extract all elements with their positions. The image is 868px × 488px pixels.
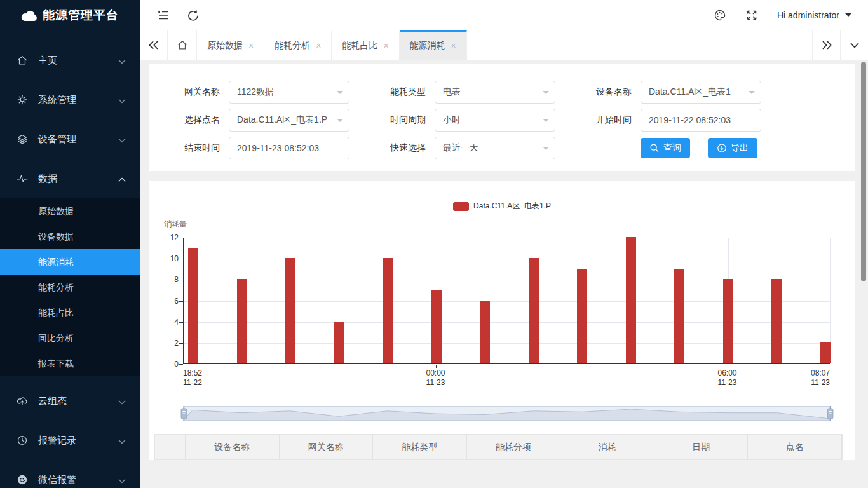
- field-value: 小时: [443, 114, 461, 126]
- table-header-row: 设备名称网关名称能耗类型能耗分项消耗日期点名: [154, 434, 843, 460]
- bar-7[interactable]: [529, 258, 539, 363]
- tabs-menu-button[interactable]: [840, 30, 868, 60]
- select-快速选择[interactable]: 最近一天: [435, 137, 555, 159]
- page-content: 网关名称1122数据能耗类型电表设备名称Data.C11.A区_电表1选择点名D…: [140, 60, 868, 488]
- sidebar-subitem-能耗占比[interactable]: 能耗占比: [0, 300, 140, 325]
- chart-legend[interactable]: Data.C11.A区_电表1.P: [149, 201, 855, 212]
- field-value: 1122数据: [237, 86, 274, 98]
- table-header-网关名称: 网关名称: [280, 435, 374, 459]
- app-logo: 能源管理平台: [0, 0, 140, 30]
- bar-chart-plot-area: [183, 238, 830, 364]
- chevron-down-icon: [118, 396, 126, 407]
- chevron-down-icon: [118, 134, 126, 145]
- refresh-icon[interactable]: [187, 9, 200, 22]
- datetime-input-开始时间[interactable]: 2019-11-22 08:52:03: [641, 109, 761, 132]
- tab-close-icon[interactable]: ×: [451, 41, 456, 50]
- bar-12[interactable]: [771, 279, 782, 363]
- tab-home[interactable]: [168, 30, 197, 60]
- datetime-input-结束时间[interactable]: 2019-11-23 08:52:03: [229, 137, 349, 159]
- bar-3[interactable]: [334, 322, 344, 363]
- field-value: Data.C11.A区_电表1: [649, 86, 731, 98]
- y-tick-label: 4: [153, 318, 179, 327]
- y-tick-label: 12: [153, 233, 179, 242]
- chevron-down-icon: [845, 13, 851, 20]
- bar-13[interactable]: [820, 342, 831, 363]
- bar-4[interactable]: [383, 258, 393, 363]
- sidebar-subitem-报表下载[interactable]: 报表下载: [0, 351, 140, 376]
- select-时间周期[interactable]: 小时: [435, 109, 555, 132]
- sidebar-subitem-能源消耗[interactable]: 能源消耗: [0, 249, 140, 274]
- y-tick-label: 0: [153, 360, 179, 369]
- field-value: Data.C11.A区_电表1.P: [237, 114, 327, 126]
- theme-palette-icon[interactable]: [714, 9, 726, 22]
- sidebar-item-3[interactable]: 数据: [0, 159, 140, 198]
- cloud-logo-icon: [21, 9, 38, 22]
- sidebar-subitem-设备数据[interactable]: 设备数据: [0, 224, 140, 249]
- field-label: 能耗类型: [349, 86, 435, 98]
- query-button[interactable]: 查询: [641, 138, 690, 158]
- sidebar-item-0[interactable]: 主页: [0, 41, 140, 80]
- table-header-设备名称: 设备名称: [186, 435, 280, 459]
- table-header-能耗分项: 能耗分项: [467, 435, 561, 459]
- export-button[interactable]: 导出: [708, 138, 757, 158]
- bar-6[interactable]: [480, 301, 490, 364]
- tab-label: 能源消耗: [410, 40, 445, 51]
- tab-能耗占比[interactable]: 能耗占比×: [332, 30, 399, 60]
- bar-5[interactable]: [431, 290, 442, 363]
- user-menu[interactable]: Hi administrator: [777, 10, 851, 20]
- tab-能耗分析[interactable]: 能耗分析×: [264, 30, 332, 60]
- sidebar-item-2[interactable]: 设备管理: [0, 119, 140, 159]
- y-tick-label: 6: [153, 297, 179, 306]
- bar-9[interactable]: [626, 237, 636, 363]
- bar-1[interactable]: [237, 279, 247, 363]
- sidebar-item-5[interactable]: 报警记录: [0, 421, 140, 460]
- sidebar-item-6[interactable]: 微信报警: [0, 460, 140, 488]
- select-caret-icon: [543, 147, 549, 153]
- select-caret-icon: [337, 91, 343, 97]
- bar-0[interactable]: [188, 248, 198, 363]
- bar-11[interactable]: [723, 279, 733, 363]
- field-label: 设备名称: [555, 86, 641, 98]
- tab-close-icon[interactable]: ×: [316, 41, 321, 50]
- sidebar-item-1[interactable]: 系统管理: [0, 80, 140, 119]
- tab-原始数据[interactable]: 原始数据×: [197, 30, 264, 60]
- table-header-消耗: 消耗: [560, 435, 654, 459]
- home-icon: [17, 55, 28, 66]
- bar-8[interactable]: [577, 269, 587, 363]
- tab-能源消耗[interactable]: 能源消耗×: [400, 30, 467, 60]
- cloud-upload-icon: [17, 395, 28, 407]
- sidebar-subitem-同比分析[interactable]: 同比分析: [0, 325, 140, 351]
- datazoom-slider[interactable]: [183, 406, 831, 421]
- tabs-scroll-right-button[interactable]: [812, 30, 840, 60]
- clock-icon: [17, 435, 28, 446]
- x-tick-mark: [193, 365, 193, 368]
- sidebar-item-4[interactable]: 云组态: [0, 381, 140, 421]
- field-value: 最近一天: [443, 142, 478, 154]
- collapse-menu-icon[interactable]: [156, 9, 169, 22]
- select-设备名称[interactable]: Data.C11.A区_电表1: [641, 81, 761, 104]
- select-选择点名[interactable]: Data.C11.A区_电表1.P: [229, 109, 349, 132]
- y-tick-mark: [179, 364, 183, 365]
- tab-close-icon[interactable]: ×: [383, 41, 388, 50]
- tab-close-icon[interactable]: ×: [248, 41, 254, 50]
- chevron-down-icon: [850, 43, 859, 48]
- select-网关名称[interactable]: 1122数据: [229, 81, 349, 104]
- tabs-scroll-left-button[interactable]: [140, 30, 168, 60]
- select-能耗类型[interactable]: 电表: [435, 81, 555, 104]
- table-header-index-cell: [155, 435, 186, 459]
- legend-label: Data.C11.A区_电表1.P: [473, 201, 551, 212]
- table-header-点名: 点名: [748, 435, 842, 459]
- sidebar-subitem-原始数据[interactable]: 原始数据: [0, 198, 140, 224]
- tab-label: 原始数据: [207, 40, 243, 51]
- bar-2[interactable]: [285, 258, 295, 363]
- gridline: [184, 259, 830, 259]
- vertical-scrollbar-thumb[interactable]: [861, 62, 866, 281]
- field-label: 结束时间: [149, 142, 229, 154]
- fullscreen-icon[interactable]: [745, 9, 758, 22]
- x-tick-label: 00:0011-23: [410, 369, 461, 388]
- x-tick-mark: [825, 365, 825, 368]
- bar-10[interactable]: [674, 269, 684, 363]
- sidebar-subitem-能耗分析[interactable]: 能耗分析: [0, 274, 140, 300]
- y-tick-mark: [179, 322, 183, 323]
- layers-icon: [17, 133, 28, 145]
